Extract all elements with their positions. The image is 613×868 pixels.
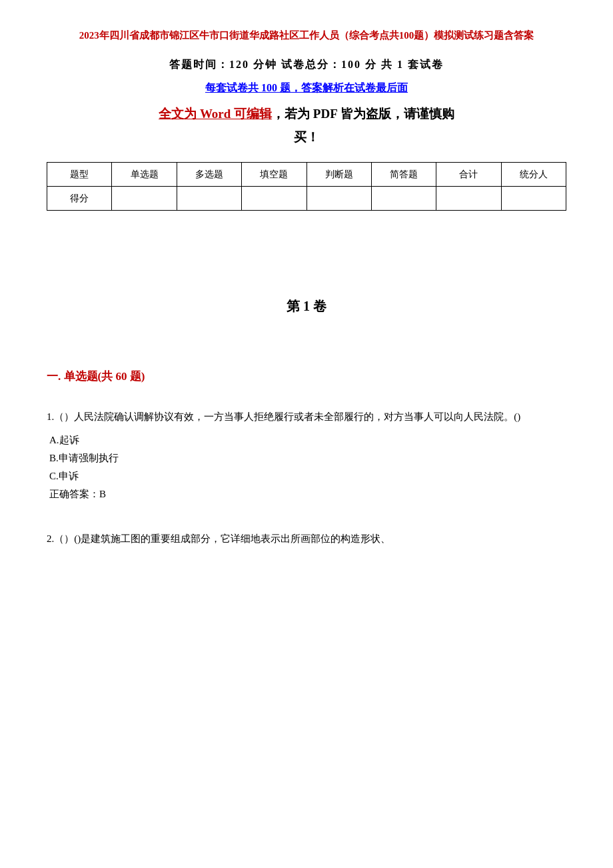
col-header-type: 题型 — [47, 163, 112, 187]
score-fill — [242, 187, 306, 211]
question-1-option-b: B.申请强制执行 — [49, 449, 566, 467]
col-header-total: 合计 — [436, 163, 501, 187]
score-short — [371, 187, 436, 211]
row-label-score: 得分 — [47, 187, 112, 211]
table-header-row: 题型 单选题 多选题 填空题 判断题 简答题 合计 统分人 — [47, 163, 566, 187]
highlight-line: 每套试卷共 100 题，答案解析在试卷最后面 — [47, 81, 566, 95]
word-line: 全文为 Word 可编辑，若为 PDF 皆为盗版，请谨慎购 — [47, 103, 566, 125]
word-editable-text: 全文为 Word 可编辑 — [159, 107, 272, 121]
page-title: 2023年四川省成都市锦江区牛市口街道华成路社区工作人员（综合考点共100题）模… — [47, 27, 566, 45]
table-score-row: 得分 — [47, 187, 566, 211]
question-1-text: 1.（）人民法院确认调解协议有效，一方当事人拒绝履行或者未全部履行的，对方当事人… — [47, 408, 566, 426]
buy-line: 买！ — [47, 129, 566, 146]
col-header-judge: 判断题 — [306, 163, 371, 187]
score-scorer — [501, 187, 566, 211]
col-header-fill: 填空题 — [242, 163, 306, 187]
score-table: 题型 单选题 多选题 填空题 判断题 简答题 合计 统分人 得分 — [47, 162, 566, 211]
question-1-answer: 正确答案：B — [49, 485, 566, 503]
question-1: 1.（）人民法院确认调解协议有效，一方当事人拒绝履行或者未全部履行的，对方当事人… — [47, 408, 566, 503]
col-header-multi: 多选题 — [177, 163, 241, 187]
exam-info: 答题时间：120 分钟 试卷总分：100 分 共 1 套试卷 — [47, 58, 566, 72]
score-total — [436, 187, 501, 211]
word-warning-text: ，若为 PDF 皆为盗版，请谨慎购 — [272, 107, 454, 121]
col-header-single: 单选题 — [112, 163, 177, 187]
question-1-option-a: A.起诉 — [49, 431, 566, 449]
score-judge — [306, 187, 371, 211]
score-single — [112, 187, 177, 211]
score-multi — [177, 187, 241, 211]
section-title: 一. 单选题(共 60 题) — [47, 369, 566, 384]
question-2-text: 2.（）()是建筑施工图的重要组成部分，它详细地表示出所画部位的构造形状、 — [47, 530, 566, 548]
question-2: 2.（）()是建筑施工图的重要组成部分，它详细地表示出所画部位的构造形状、 — [47, 530, 566, 548]
question-1-option-c: C.申诉 — [49, 467, 566, 485]
volume-label: 第 1 卷 — [47, 297, 566, 315]
col-header-short: 简答题 — [371, 163, 436, 187]
col-header-scorer: 统分人 — [501, 163, 566, 187]
